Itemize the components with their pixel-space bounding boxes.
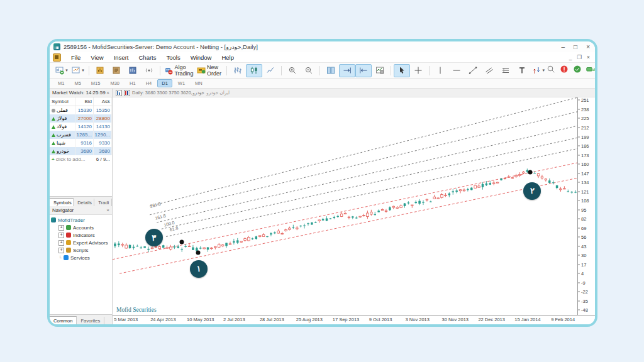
- expand-icon[interactable]: +: [58, 233, 64, 238]
- price-tick-label: 69: [581, 225, 586, 231]
- timeframe-w1[interactable]: W1: [174, 79, 189, 87]
- dropdown-caret-icon[interactable]: ▾: [82, 68, 84, 73]
- search-icon[interactable]: [547, 65, 555, 76]
- cursor-button[interactable]: [394, 64, 410, 77]
- child-close-button[interactable]: ×: [587, 54, 590, 60]
- price-tick-label: 56: [581, 234, 586, 240]
- price-tick-label: 173: [581, 152, 589, 158]
- symbol-name: شپنا: [57, 140, 65, 146]
- timeframe-bar: M1M5M15M30H1H4D1W1MN: [50, 79, 595, 89]
- line-chart-button[interactable]: [262, 64, 279, 77]
- candle-chart-button[interactable]: [246, 64, 262, 77]
- bar-chart-button[interactable]: [230, 64, 246, 77]
- symbol-cell: خودرو: [50, 147, 75, 155]
- chart-candle-icon: [124, 90, 130, 96]
- equidistant-channel-button[interactable]: [481, 64, 497, 77]
- tile-windows-button[interactable]: [323, 64, 339, 77]
- expand-icon[interactable]: +: [58, 248, 64, 253]
- tab-details[interactable]: Details: [74, 199, 94, 206]
- maximize-button[interactable]: □: [574, 43, 577, 50]
- minimize-button[interactable]: –: [562, 43, 565, 50]
- dropdown-caret-icon[interactable]: ▾: [65, 68, 68, 73]
- navigator-item-indicators[interactable]: +Indicators: [51, 231, 112, 239]
- horizontal-line-button[interactable]: [448, 64, 465, 77]
- zoom-out-icon: [304, 66, 313, 75]
- community-icon[interactable]: [573, 65, 582, 76]
- child-minimize-button[interactable]: _: [569, 54, 572, 60]
- arrows-button[interactable]: ▾: [530, 64, 547, 77]
- fibonacci-button[interactable]: [497, 64, 514, 77]
- price-tick: 95: [578, 207, 595, 212]
- annotation-dot: [179, 239, 184, 244]
- price-axis[interactable]: 2512382252121991861731601471341211089582…: [577, 97, 595, 315]
- data-window-button[interactable]: [108, 64, 125, 77]
- market-watch-row[interactable]: شپنا93169330: [50, 139, 112, 147]
- menu-file[interactable]: File: [66, 53, 86, 62]
- vertical-line-button[interactable]: [432, 64, 448, 77]
- menu-tools[interactable]: Tools: [161, 53, 185, 62]
- tick-mark: [578, 300, 580, 301]
- notifications-icon[interactable]: [560, 65, 569, 76]
- timeframe-h1[interactable]: H1: [125, 79, 140, 87]
- close-button[interactable]: ×: [586, 43, 590, 50]
- market-watch-row[interactable]: فولاژ2700028800: [50, 114, 112, 123]
- symbol-cell: شپنا: [50, 139, 75, 147]
- connection-icon[interactable]: [586, 65, 595, 76]
- tab-favorites[interactable]: Favorites: [77, 317, 104, 324]
- crosshair-button[interactable]: [410, 64, 426, 77]
- zoom-in-button[interactable]: [284, 64, 301, 77]
- navigator-root[interactable]: MofidTrader: [51, 216, 112, 224]
- text-label-button[interactable]: [514, 64, 530, 77]
- close-icon[interactable]: ×: [106, 207, 109, 213]
- timeframe-m30[interactable]: M30: [106, 79, 124, 87]
- market-watch-row[interactable]: فولاد1412014130: [50, 123, 112, 131]
- market-watch-row[interactable]: فسرب1285...1290...: [50, 131, 112, 139]
- menu-insert[interactable]: Insert: [109, 53, 134, 62]
- close-icon[interactable]: ×: [106, 90, 109, 96]
- add-symbol-button[interactable]: click to add...: [56, 156, 86, 162]
- expand-icon[interactable]: +: [58, 240, 64, 246]
- child-restore-button[interactable]: ❐: [577, 54, 582, 60]
- bar-chart-icon: [233, 66, 242, 75]
- navigator-toggle-button[interactable]: [125, 64, 141, 77]
- column-symbol[interactable]: Symbol: [50, 97, 75, 106]
- market-watch-row[interactable]: فملی1533015350: [50, 106, 112, 114]
- market-watch-toggle-button[interactable]: [92, 64, 108, 77]
- expand-icon[interactable]: +: [58, 225, 64, 231]
- navigator-item-scripts[interactable]: +Scripts: [51, 246, 112, 254]
- symbol-status-icon: [52, 150, 55, 153]
- new-order-button[interactable]: New Order: [195, 64, 224, 77]
- menu-view[interactable]: View: [86, 53, 108, 62]
- timeframe-m1[interactable]: M1: [53, 79, 69, 87]
- menu-charts[interactable]: Charts: [134, 53, 162, 62]
- navigator-item-services[interactable]: └Services: [51, 254, 112, 261]
- chart-shift-button[interactable]: [355, 64, 372, 77]
- column-ask[interactable]: Ask: [94, 97, 112, 106]
- menu-help[interactable]: Help: [216, 53, 239, 62]
- timeframe-m15[interactable]: M15: [87, 79, 105, 87]
- timeframe-mn[interactable]: MN: [191, 79, 207, 87]
- timeframe-d1[interactable]: D1: [157, 79, 172, 87]
- market-watch-row[interactable]: خودرو36803680: [50, 147, 112, 155]
- menu-window[interactable]: Window: [186, 53, 217, 62]
- timeframe-m5[interactable]: M5: [70, 79, 85, 87]
- new-chart-button[interactable]: ▾: [53, 64, 70, 77]
- tab-tradi[interactable]: Tradi: [94, 199, 112, 206]
- time-axis[interactable]: 5 Mar 201324 Apr 201310 May 20132 Jul 20…: [113, 315, 595, 324]
- strategy-tester-button[interactable]: [141, 64, 157, 77]
- timeframe-h4[interactable]: H4: [142, 79, 157, 87]
- auto-scroll-button[interactable]: [339, 64, 355, 77]
- trendline-button[interactable]: [465, 64, 481, 77]
- algo-trading-button[interactable]: Algo Trading: [163, 64, 195, 77]
- zoom-out-button[interactable]: [301, 64, 317, 77]
- bid-value: 1285...: [75, 131, 94, 139]
- tab-common[interactable]: Common: [50, 316, 77, 324]
- dropdown-caret-icon[interactable]: ▾: [542, 68, 545, 73]
- navigator-item-accounts[interactable]: +Accounts: [51, 224, 112, 231]
- chart-plot[interactable]: 261.8161.8100.061.8٣١٢ 25123822521219918…: [113, 97, 595, 315]
- navigator-item-expert-advisors[interactable]: +Expert Advisors: [51, 239, 112, 246]
- indicators-button[interactable]: [372, 64, 388, 77]
- profiles-button[interactable]: ▾: [70, 64, 86, 77]
- tab-symbols[interactable]: Symbols: [50, 198, 74, 206]
- column-bid[interactable]: Bid: [75, 97, 94, 106]
